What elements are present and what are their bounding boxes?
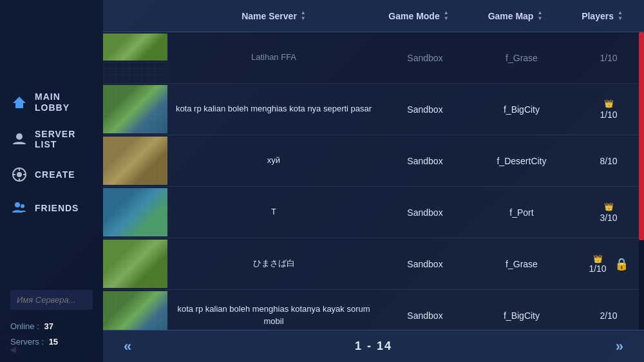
row-thumb-0 xyxy=(103,85,167,133)
col-header-name[interactable]: Name Server ▲▼ xyxy=(174,10,374,21)
col-header-mode[interactable]: Game Mode ▲▼ xyxy=(374,10,464,21)
sidebar-item-create[interactable]: CREATE xyxy=(0,158,103,191)
row-thumb-2 xyxy=(103,188,167,236)
table-row-2[interactable]: T Sandbox f_Port 👑 3/10 xyxy=(103,187,644,238)
row-thumb-partial xyxy=(103,33,167,82)
players-count-1: 8/10 xyxy=(600,156,617,166)
sidebar-bottom: Online : 37 Servers : 15 xyxy=(0,283,103,362)
crown-icon-0: 👑 xyxy=(604,99,614,108)
col-header-map[interactable]: Game Map ▲▼ xyxy=(464,10,567,21)
table-row-partial[interactable]: Latihan FFA Sandbox f_Grase 1/10 xyxy=(103,32,644,84)
row-name-2: T xyxy=(167,203,380,221)
row-name-3: ひまさば白 xyxy=(167,254,380,272)
online-label: Online : xyxy=(10,321,39,331)
scrollbar-track[interactable] xyxy=(639,32,644,330)
crown-icon-2: 👑 xyxy=(604,202,614,211)
scrollbar-thumb[interactable] xyxy=(639,32,644,240)
server-list-icon xyxy=(10,130,28,148)
row-map-2: f_Port xyxy=(470,207,573,218)
pagination: « 1 - 14 » xyxy=(103,330,644,362)
sidebar-item-main-lobby[interactable]: MAIN LOBBY xyxy=(0,84,103,121)
table-row-4[interactable]: kota rp kalian boleh menghias kotanya ka… xyxy=(103,290,644,330)
row-name-4: kota rp kalian boleh menghias kotanya ka… xyxy=(167,300,380,330)
svg-point-9 xyxy=(21,204,24,208)
row-thumb-1 xyxy=(103,137,167,185)
players-count-2: 3/10 xyxy=(600,213,617,223)
table-row-0[interactable]: kota rp kalian boleh menghias kota nya s… xyxy=(103,84,644,135)
server-name-input[interactable] xyxy=(10,290,93,310)
players-count-4: 2/10 xyxy=(600,310,617,321)
row-map-0: f_BigCity xyxy=(470,104,573,115)
row-map-1: f_DesertCity xyxy=(470,156,573,166)
players-count-0: 1/10 xyxy=(600,110,617,120)
row-players-4: 2/10 xyxy=(573,310,644,321)
row-map-3: f_Grase xyxy=(470,259,573,269)
create-icon xyxy=(10,166,28,184)
row-mode-2: Sandbox xyxy=(380,207,470,218)
lock-icon-3: 🔒 xyxy=(614,257,629,271)
friends-icon xyxy=(10,199,28,217)
sort-arrows-players: ▲▼ xyxy=(618,10,623,21)
servers-value: 15 xyxy=(49,337,58,347)
row-name-partial: Latihan FFA xyxy=(167,48,380,66)
row-thumb-3 xyxy=(103,240,167,288)
row-name-1: хуй xyxy=(167,151,380,169)
svg-point-8 xyxy=(15,202,20,207)
main-content: Name Server ▲▼ Game Mode ▲▼ Game Map ▲▼ … xyxy=(103,0,644,362)
row-players-1: 8/10 xyxy=(573,156,644,166)
row-players-0: 👑 1/10 xyxy=(573,99,644,120)
sidebar-item-server-list[interactable]: SERVER LIST xyxy=(0,121,103,158)
prev-page-button[interactable]: « xyxy=(116,336,139,357)
servers-label: Servers : xyxy=(10,337,44,347)
main-lobby-label: MAIN LOBBY xyxy=(35,91,70,113)
sidebar: MAIN LOBBY SERVER LIST CREATE xyxy=(0,0,103,362)
row-players-2: 👑 3/10 xyxy=(573,202,644,223)
players-count-3: 1/10 xyxy=(589,263,606,274)
row-map-4: f_BigCity xyxy=(470,310,573,321)
page-info: 1 - 14 xyxy=(355,339,392,353)
svg-point-3 xyxy=(17,172,22,177)
row-name-0: kota rp kalian boleh menghias kota nya s… xyxy=(167,100,380,118)
friends-label: FRIENDS xyxy=(35,203,79,214)
next-page-button[interactable]: » xyxy=(608,336,631,357)
create-label: CREATE xyxy=(35,169,75,180)
table-row-1[interactable]: хуй Sandbox f_DesertCity 8/10 xyxy=(103,135,644,187)
status-info: Online : 37 Servers : 15 xyxy=(10,319,93,349)
row-mode-1: Sandbox xyxy=(380,156,470,166)
row-players-partial: 1/10 xyxy=(573,52,644,64)
sidebar-item-friends[interactable]: FRIENDS xyxy=(0,191,103,225)
col-header-players[interactable]: Players ▲▼ xyxy=(567,10,638,21)
table-header: Name Server ▲▼ Game Mode ▲▼ Game Map ▲▼ … xyxy=(103,0,644,32)
sort-arrows-map: ▲▼ xyxy=(537,10,542,21)
table-row-3[interactable]: ひまさば白 Sandbox f_Grase 👑 1/10 🔒 xyxy=(103,238,644,290)
row-mode-partial: Sandbox xyxy=(380,53,470,63)
row-thumb-4 xyxy=(103,291,167,330)
row-mode-3: Sandbox xyxy=(380,259,470,269)
row-mode-4: Sandbox xyxy=(380,310,470,321)
online-value: 37 xyxy=(44,321,53,331)
sort-arrows-name: ▲▼ xyxy=(301,10,306,21)
row-mode-0: Sandbox xyxy=(380,104,470,115)
table-body: Latihan FFA Sandbox f_Grase 1/10 kota rp… xyxy=(103,32,644,330)
svg-marker-0 xyxy=(13,97,26,108)
sort-arrows-mode: ▲▼ xyxy=(444,10,449,21)
main-lobby-icon xyxy=(10,93,28,111)
server-list-label: SERVER LIST xyxy=(35,129,75,151)
row-map-partial: f_Grase xyxy=(470,53,573,63)
row-players-3: 👑 1/10 🔒 xyxy=(573,254,644,274)
crown-icon-3: 👑 xyxy=(593,254,603,263)
svg-point-1 xyxy=(16,133,23,140)
